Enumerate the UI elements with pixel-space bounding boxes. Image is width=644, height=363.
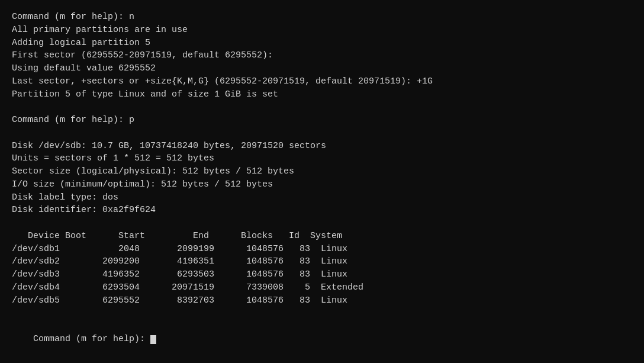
units-line: Units = sectors of 1 * 512 = 512 bytes	[12, 152, 632, 165]
disk-line: Disk /dev/sdb: 10.7 GB, 10737418240 byte…	[12, 140, 632, 153]
partition-row-3: /dev/sdb3 4196352 6293503 1048576 83 Lin…	[12, 268, 632, 281]
last-sector-line: Last sector, +sectors or +size{K,M,G} (6…	[12, 75, 632, 88]
empty-3	[12, 217, 632, 230]
cursor-block	[150, 335, 156, 344]
empty-4	[12, 307, 632, 320]
cmd-n-line: Command (m for help): n	[12, 11, 632, 24]
cmd-p-line: Command (m for help): p	[12, 114, 632, 127]
partition-set-line: Partition 5 of type Linux and of size 1 …	[12, 88, 632, 101]
using-default-line: Using default value 6295552	[12, 62, 632, 75]
final-prompt-text: Command (m for help):	[33, 334, 150, 344]
partition-row-1: /dev/sdb1 2048 2099199 1048576 83 Linux	[12, 243, 632, 256]
partition-row-2: /dev/sdb2 2099200 4196351 1048576 83 Lin…	[12, 255, 632, 268]
label-type-line: Disk label type: dos	[12, 191, 632, 204]
partition-table: /dev/sdb1 2048 2099199 1048576 83 Linux/…	[12, 243, 632, 307]
io-size-line: I/O size (minimum/optimal): 512 bytes / …	[12, 178, 632, 191]
terminal-window: Command (m for help): n All primary part…	[12, 11, 632, 352]
sector-size-line: Sector size (logical/physical): 512 byte…	[12, 165, 632, 178]
empty-1	[12, 101, 632, 114]
final-prompt-line[interactable]: Command (m for help):	[12, 320, 632, 358]
first-sector-line: First sector (6295552-20971519, default …	[12, 49, 632, 62]
partition-row-5: /dev/sdb5 6295552 8392703 1048576 83 Lin…	[12, 294, 632, 307]
all-primary-line: All primary partitions are in use	[12, 24, 632, 37]
identifier-line: Disk identifier: 0xa2f9f624	[12, 204, 632, 217]
empty-2	[12, 127, 632, 140]
table-header: Device Boot Start End Blocks Id System	[12, 230, 632, 243]
partition-row-4: /dev/sdb4 6293504 20971519 7339008 5 Ext…	[12, 281, 632, 294]
adding-logical-line: Adding logical partition 5	[12, 37, 632, 50]
